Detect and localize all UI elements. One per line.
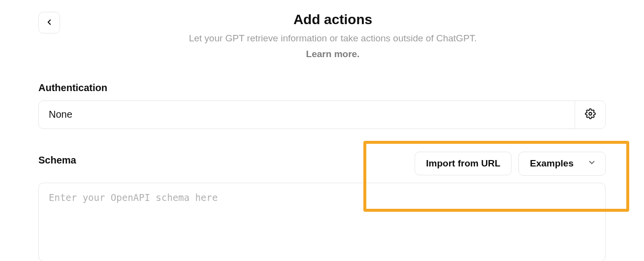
schema-textarea[interactable] [38, 183, 606, 261]
schema-actions: Import from URL Examples [415, 152, 606, 176]
chevron-left-icon [45, 18, 54, 28]
page-title: Add actions [70, 12, 596, 28]
authentication-settings-button[interactable] [575, 101, 605, 129]
page-subtitle: Let your GPT retrieve information or tak… [70, 32, 596, 46]
chevron-down-icon [587, 158, 596, 169]
authentication-value[interactable]: None [39, 101, 575, 129]
header-center: Add actions Let your GPT retrieve inform… [60, 12, 606, 60]
authentication-row: None [38, 100, 606, 129]
authentication-section: Authentication None [38, 82, 606, 129]
authentication-label: Authentication [38, 82, 606, 94]
gear-icon [585, 108, 596, 121]
schema-section: Schema Import from URL Examples [38, 152, 606, 261]
schema-label: Schema [38, 155, 76, 166]
learn-more-link[interactable]: Learn more. [306, 49, 360, 60]
examples-button-label: Examples [530, 158, 574, 169]
header-row: Add actions Let your GPT retrieve inform… [38, 12, 606, 60]
examples-dropdown-button[interactable]: Examples [518, 152, 606, 176]
import-from-url-button[interactable]: Import from URL [415, 152, 512, 175]
back-button[interactable] [38, 12, 60, 33]
svg-point-0 [589, 112, 592, 115]
schema-header: Schema Import from URL Examples [38, 152, 606, 176]
